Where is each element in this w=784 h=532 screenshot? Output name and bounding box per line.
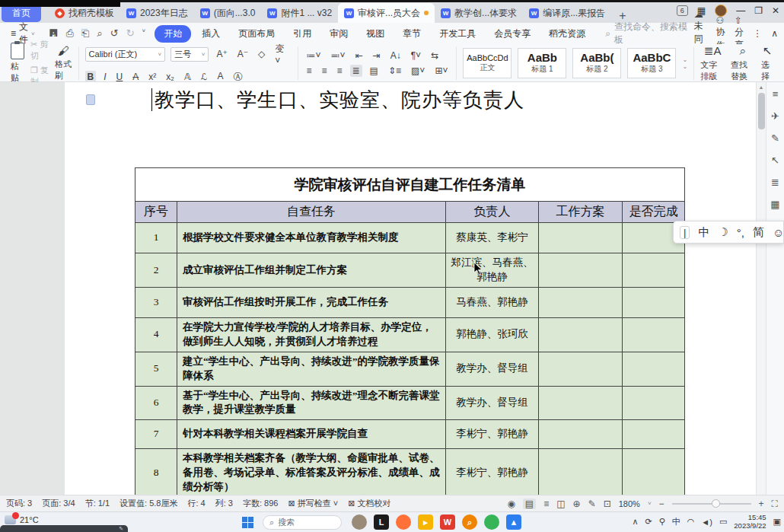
underline-button[interactable]: U — [114, 71, 126, 83]
firefox-icon[interactable] — [396, 514, 411, 530]
italic-button[interactable]: I — [101, 71, 108, 83]
ime-indicator[interactable]: 中 — [672, 516, 680, 527]
taskbar-app-dark[interactable]: L — [374, 514, 389, 530]
borders-icon[interactable]: ⊞˅ — [432, 65, 450, 77]
text-direction-icon[interactable]: ⇆ — [429, 49, 441, 62]
bold-button[interactable]: B — [85, 71, 97, 83]
document-page[interactable]: 教学口、学生口、实验室、院办等负责人 学院审核评估自评自建工作任务清单 序号 自… — [65, 82, 756, 495]
wifi-icon[interactable]: ◠ — [687, 517, 695, 527]
more-icon[interactable]: ⋮ — [753, 28, 762, 39]
tray-expand-icon[interactable]: ∧ — [632, 517, 638, 527]
select-cursor-icon[interactable]: ↖ — [771, 155, 779, 166]
output-icon[interactable]: ⎙ — [66, 27, 74, 40]
bullet-list-icon[interactable]: ≔˅ — [304, 49, 323, 62]
zoom-menu-icon[interactable]: ˅ — [648, 500, 652, 507]
save-icon[interactable]: 🖪 — [49, 27, 59, 40]
ime-charset-toggle[interactable]: 简 — [753, 225, 764, 240]
increase-font-icon[interactable]: A⁺ — [214, 48, 229, 60]
print-icon[interactable]: ⎗ — [81, 27, 89, 40]
style-gallery-scroll-icon[interactable]: ⌄⌄ — [682, 56, 687, 70]
more-commands-icon[interactable]: ˅ — [142, 27, 146, 40]
notification-icon[interactable]: ▣ — [773, 517, 781, 527]
style-normal[interactable]: AaBbCcDd 正文 — [463, 48, 512, 78]
format-painter-button[interactable]: 🖌 格式刷 — [55, 44, 72, 81]
edit-pen-icon[interactable]: ✎ — [771, 132, 779, 144]
magnifier-app-icon[interactable]: ⌕ — [462, 514, 477, 530]
book-view-icon[interactable]: ◫ — [556, 499, 565, 509]
style-heading2[interactable]: AaBb( 标题 2 — [572, 48, 621, 78]
numbered-list-icon[interactable]: ≕˅ — [329, 49, 348, 62]
volume-icon[interactable]: ◄) — [701, 518, 712, 527]
ink-pen-icon[interactable]: ✎ — [588, 499, 596, 509]
scrollbar-thumb[interactable] — [758, 93, 765, 129]
sidebar-menu-icon[interactable]: ≡ — [773, 88, 779, 100]
spell-check-toggle[interactable]: ⊠ 拼写检查 ˅ — [288, 498, 338, 509]
wps-app-icon[interactable]: W — [440, 514, 455, 530]
pinyin-guide-icon[interactable]: 变˅ — [272, 42, 291, 67]
decrease-font-icon[interactable]: A⁻ — [235, 48, 250, 60]
tab-doc-journal[interactable]: W 2023年日志 — [120, 3, 194, 23]
menu-tab-member[interactable]: 会员专享 — [486, 25, 538, 43]
sync-tray-icon[interactable]: ⟳ — [645, 517, 652, 527]
doc-count-badge[interactable]: 6 — [677, 5, 688, 16]
page-view-icon[interactable]: ▤ — [523, 499, 536, 509]
task-table[interactable]: 学院审核评估自评自建工作任务清单 序号 自查任务 负责人 工作方案 是否完成 1… — [135, 167, 685, 505]
menu-tab-home[interactable]: 开始 — [155, 25, 191, 43]
tab-doc-active-shenhe[interactable]: W 审核评...员大会 — [338, 3, 435, 23]
scroll-up-icon[interactable]: ▲ — [757, 82, 766, 90]
font-size-select[interactable]: 三号˅ — [171, 47, 209, 62]
sort-icon[interactable]: A↓ — [388, 49, 403, 62]
image-edit-icon[interactable]: ▦ — [770, 199, 779, 210]
collapse-ribbon-icon[interactable]: ∧ — [771, 28, 778, 39]
zoom-in-button[interactable]: + — [759, 499, 764, 509]
blue-w-app-icon[interactable]: ▲ — [506, 514, 521, 530]
align-right-icon[interactable]: ≡ — [335, 65, 345, 77]
text-effects-icon[interactable]: 𝔸 — [182, 71, 193, 83]
margin-doc-icon[interactable] — [86, 94, 95, 105]
style-heading1[interactable]: AaBb 标题 1 — [518, 48, 566, 78]
menu-tab-docer[interactable]: 稻壳资源 — [541, 25, 593, 43]
outline-view-icon[interactable]: ≡ — [543, 499, 549, 509]
document-canvas[interactable]: 教学口、学生口、实验室、院办等负责人 学院审核评估自评自建工作任务清单 序号 自… — [0, 82, 784, 495]
zoom-level[interactable]: 180% — [619, 499, 640, 508]
menu-tab-dev-tools[interactable]: 开发工具 — [432, 25, 483, 43]
zoom-out-button[interactable]: − — [659, 499, 664, 509]
eye-protect-icon[interactable]: ◉ — [507, 499, 515, 509]
tab-doc-fujian[interactable]: W 附件1 ... v32 — [261, 3, 338, 23]
start-button[interactable] — [242, 517, 253, 528]
taskbar-search-input[interactable]: ⌕ 搜索 — [263, 515, 342, 530]
ime-mode-toggle[interactable]: 中 — [698, 225, 709, 240]
fit-page-icon[interactable]: ⊡ — [604, 499, 611, 509]
shading-icon[interactable]: ▨˅ — [409, 65, 427, 77]
align-left-icon[interactable]: ≡ — [304, 65, 314, 77]
microphone-icon[interactable]: ⚲ — [659, 517, 665, 527]
adjust-sliders-icon[interactable]: ≣ — [771, 177, 779, 188]
menu-tab-review[interactable]: 审阅 — [322, 25, 355, 43]
tab-doc-bianyi[interactable]: W 编译原...果报告 — [523, 3, 611, 23]
show-marks-icon[interactable]: ¶˅ — [409, 49, 423, 62]
touchpad-icon[interactable]: ▭ — [719, 517, 727, 527]
document-heading[interactable]: 教学口、学生口、实验室、院办等负责人 — [155, 87, 524, 113]
undo-icon[interactable]: ↺ — [110, 27, 119, 40]
line-spacing-icon[interactable]: ⇕≡ — [386, 65, 403, 77]
font-name-select[interactable]: Calibri (正文)˅ — [85, 47, 166, 62]
command-search-input[interactable]: ⌕ 查找命令、搜索模板 — [605, 21, 691, 46]
strikethrough-icon[interactable]: A — [130, 71, 141, 83]
style-heading3[interactable]: AaBbC 标题 3 — [627, 48, 676, 78]
web-view-icon[interactable]: ⊕ — [573, 499, 581, 509]
decrease-indent-icon[interactable]: ⇤ — [353, 49, 365, 62]
justify-icon[interactable]: ≣ — [350, 65, 362, 77]
rocket-assistant-icon[interactable]: ✈ — [771, 110, 779, 122]
superscript-icon[interactable]: x² — [146, 71, 158, 83]
select-button[interactable]: ↖ 选择 — [761, 44, 773, 82]
subscript-icon[interactable]: x₂ — [164, 71, 177, 83]
menu-tab-section[interactable]: 章节 — [395, 25, 429, 43]
fullscreen-icon[interactable]: ⛶ — [772, 499, 778, 509]
menu-tab-references[interactable]: 引用 — [285, 25, 319, 43]
zoom-slider[interactable] — [672, 503, 751, 505]
proofread-toggle[interactable]: ⊠ 文档校对 — [348, 498, 390, 509]
zoom-slider-knob[interactable] — [712, 499, 720, 508]
file-explorer-icon[interactable]: ▸ — [418, 514, 433, 530]
vertical-scrollbar[interactable]: ▲ — [756, 82, 766, 495]
menu-tab-insert[interactable]: 插入 — [194, 25, 228, 43]
